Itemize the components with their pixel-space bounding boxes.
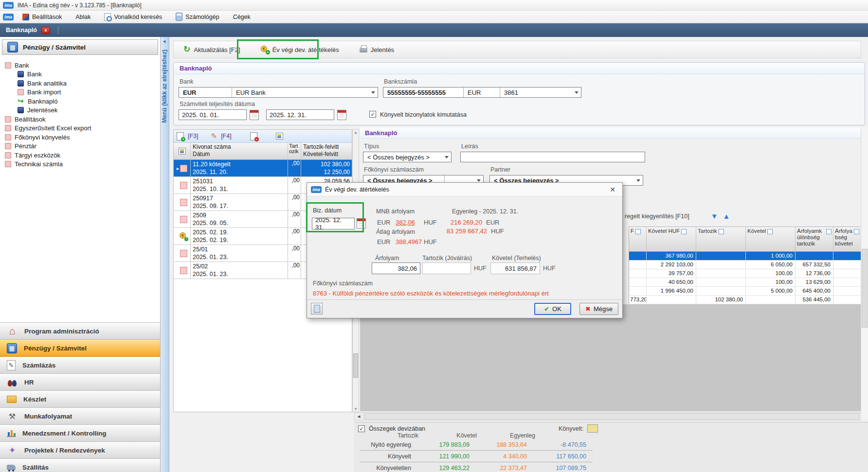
statement-number-column-header[interactable]: Kivonat száma Dátum [190, 143, 288, 159]
description-input[interactable] [460, 152, 645, 162]
entry-row[interactable]: 773,20 102 380,00 536 445,00 [629, 296, 861, 304]
module-item[interactable]: Számlázás [0, 357, 160, 374]
row-select-checkbox[interactable] [181, 233, 187, 240]
tree-item[interactable]: Banknapló [0, 97, 160, 106]
bank-combo[interactable]: EUR EUR Bank [179, 87, 378, 98]
chevron-down-icon[interactable] [572, 87, 581, 97]
scroll-down-icon[interactable]: ▼ [353, 407, 359, 411]
new-statement-icon[interactable] [177, 132, 184, 140]
tree-item[interactable]: Bank [0, 70, 160, 79]
row-select-checkbox[interactable] [180, 250, 187, 257]
scrollbar-thumb[interactable] [364, 413, 860, 420]
edit-statement-label[interactable]: [F4] [221, 133, 232, 140]
entry-row[interactable]: 367 980,00 1 000,00 [629, 252, 861, 261]
ok-button[interactable]: ✔ OK [534, 303, 571, 315]
module-item[interactable]: Projektek / Rendezvények [0, 442, 160, 459]
row-marker-cell[interactable]: ▸ [174, 160, 190, 176]
row-marker-cell[interactable]: ▸ [174, 245, 190, 262]
scrollbar-thumb[interactable] [353, 353, 358, 378]
move-down-icon[interactable]: ▼ [711, 213, 718, 220]
tab-close-icon[interactable]: x [41, 27, 50, 34]
row-marker-cell[interactable]: ▸ [174, 262, 190, 279]
calendar-icon[interactable] [337, 110, 346, 120]
column-filter-icon[interactable] [854, 229, 859, 234]
entries-column-header[interactable]: Árfolyamkülö bség követel [833, 227, 861, 251]
entry-row[interactable]: 39 757,00 100,00 12 736,00 [629, 269, 861, 278]
tree-item[interactable]: Bank analitika [0, 79, 160, 88]
module-item[interactable]: Munkafolyamat [0, 408, 160, 425]
horizontal-scrollbar[interactable]: ◄ [354, 412, 861, 420]
module-item[interactable]: Készlet [0, 391, 160, 408]
refresh-button[interactable]: ↻ Aktualizálás [F2] [181, 44, 243, 55]
row-select-checkbox[interactable] [180, 199, 187, 206]
tree-item[interactable]: Beállítások [0, 115, 160, 124]
entries-column-header[interactable]: Tartozik [696, 227, 746, 251]
module-item[interactable]: HR [0, 374, 160, 391]
date-to-input[interactable]: 2025. 12. 31. [266, 109, 334, 120]
mnb-rate-value[interactable]: 382,06 [396, 219, 415, 226]
module-item[interactable]: Program adminisztráció [0, 323, 160, 340]
tree-item[interactable]: Jelentések [0, 106, 160, 115]
credit-input[interactable]: 631 856,87 [490, 262, 540, 274]
vertical-scrollbar[interactable] [861, 127, 868, 419]
column-filter-icon[interactable] [635, 229, 641, 234]
chevron-down-icon[interactable] [442, 152, 451, 162]
tree-item[interactable]: Tárgyi eszközök [0, 151, 160, 160]
date-from-input[interactable]: 2025. 01. 01. [179, 109, 247, 120]
tree-item[interactable]: Pénztár [0, 142, 160, 151]
tree-item[interactable]: Főkönyvi könyvelés [0, 133, 160, 142]
entries-column-header[interactable]: Követel HUF [647, 227, 696, 251]
row-select-checkbox[interactable] [180, 165, 187, 172]
dialog-titlebar[interactable]: ima Év végi dev. átértékelés [307, 183, 622, 196]
report-button[interactable]: Jelentés [357, 44, 397, 55]
row-marker-cell[interactable]: ▸ [174, 211, 190, 227]
column-filter-icon[interactable] [767, 229, 773, 234]
move-up-icon[interactable]: ▲ [723, 213, 730, 220]
currency-totals-checkbox[interactable] [358, 425, 365, 432]
row-marker-cell[interactable]: ▸ [174, 194, 190, 210]
menu-collapse-strip[interactable]: ◄ Menü (klikk az elrejtéshez) [161, 37, 169, 472]
entries-column-header[interactable]: F [629, 227, 647, 251]
scroll-left-icon[interactable]: ◄ [355, 413, 363, 420]
entry-row[interactable]: 1 996 450,00 5 000,00 645 400,00 [629, 287, 861, 296]
debit-input[interactable] [422, 262, 471, 274]
entry-row[interactable]: 2 292 103,00 6 050,00 657 332,50 [629, 261, 861, 269]
cancel-button[interactable]: ✖ Mégse [579, 303, 618, 315]
row-marker-cell[interactable]: ▸ [174, 228, 190, 245]
menu-item[interactable]: Vonalkód keresés [97, 11, 169, 23]
menu-item[interactable]: Számológép [169, 11, 226, 23]
column-filter-icon[interactable] [719, 229, 724, 234]
row-select-checkbox[interactable] [180, 216, 187, 223]
scrollbar-thumb[interactable] [862, 249, 868, 328]
entries-column-header[interactable]: Követel [746, 227, 796, 251]
close-icon[interactable] [607, 186, 618, 193]
statement-properties-icon[interactable] [276, 133, 283, 140]
module-item[interactable]: Szállítás [0, 459, 160, 472]
select-column-header[interactable] [174, 143, 190, 159]
chevron-down-icon[interactable] [369, 87, 378, 97]
tartozik-column-header[interactable]: Tartozik [288, 143, 301, 159]
delete-statement-icon[interactable] [250, 132, 257, 140]
tree-item[interactable]: Technikai számla [0, 160, 160, 169]
calendar-icon[interactable] [357, 218, 366, 228]
account-combo[interactable]: 55555555-55555555 EUR 3861 [383, 87, 581, 98]
entry-row[interactable]: 40 650,00 100,00 13 629,00 [629, 278, 861, 287]
biz-datum-input[interactable]: 2025. 12. 31. [312, 218, 355, 229]
module-item[interactable]: Menedzsment / Kontrolling [0, 425, 160, 442]
menu-item[interactable]: Cégek [226, 11, 257, 23]
scroll-up-icon[interactable]: ▲ [353, 130, 359, 135]
edit-statement-icon[interactable]: ✎ [211, 132, 217, 140]
calendar-icon[interactable] [250, 110, 259, 120]
new-statement-label[interactable]: [F3] [188, 133, 199, 140]
type-combo[interactable]: < Összes bejegyzés > [363, 152, 452, 162]
row-select-checkbox[interactable] [180, 182, 187, 189]
chevron-down-icon[interactable] [634, 175, 643, 185]
tree-item[interactable]: Egyszerűsített Excel export [0, 124, 160, 133]
gl-account-value[interactable]: 8763 - Külföldi pénzértékre szóló eszköz… [313, 290, 549, 297]
column-filter-icon[interactable] [681, 229, 687, 234]
entries-column-header[interactable]: Árfolyamk ülönbség tartozik [796, 227, 833, 251]
row-marker-cell[interactable]: ▸ [174, 177, 190, 193]
posted-documents-checkbox[interactable] [369, 111, 376, 118]
row-select-checkbox[interactable] [180, 267, 187, 274]
tree-item[interactable]: Bank import [0, 88, 160, 97]
